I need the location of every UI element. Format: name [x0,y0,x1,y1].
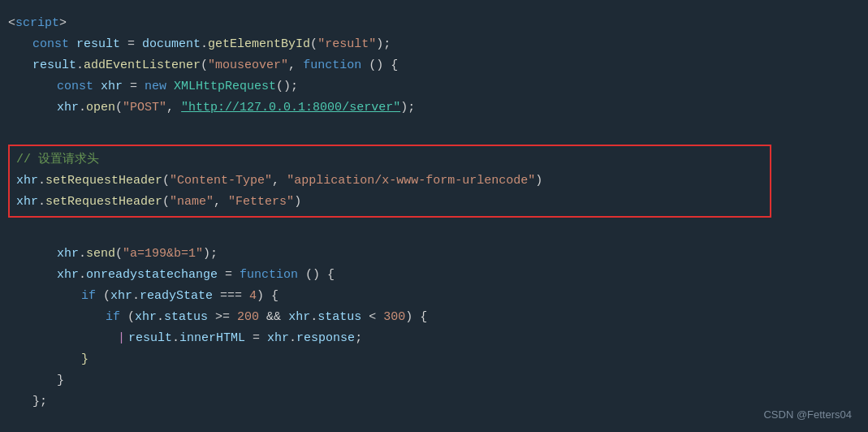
code-line-11: xhr.send("a=199&b=1"); [8,244,852,265]
code-line-12: xhr.onreadystatechange = function () { [8,265,852,286]
code-line-13: if (xhr.readyState === 4) { [8,286,852,307]
code-line-7: // 设置请求头 [16,149,763,171]
code-line-18: }; [8,391,852,413]
code-line-3: result.addEventListener("mouseover", fun… [8,55,852,76]
highlighted-section: // 设置请求头 xhr.setRequestHeader("Content-T… [8,145,771,218]
code-line-16: } [8,349,852,370]
code-line-9: xhr.setRequestHeader("name", "Fetters") [16,192,763,213]
code-line-14: if (xhr.status >= 200 && xhr.status < 30… [8,307,852,328]
code-line-4: const xhr = new XMLHttpRequest(); [8,76,852,97]
code-line-10 [8,222,852,244]
code-line-15: |result.innerHTML = xhr.response; [8,328,852,349]
code-line-8: xhr.setRequestHeader("Content-Type", "ap… [16,171,763,192]
code-line-1: <script> [8,13,852,34]
code-editor: <script> const result = document.getElem… [8,8,852,417]
code-line-2: const result = document.getElementById("… [8,34,852,55]
code-line-6 [8,119,852,140]
code-line-17: } [8,370,852,391]
code-line-5: xhr.open("POST", "http://127.0.0.1:8000/… [8,97,852,119]
watermark: CSDN @Fetters04 [763,407,852,424]
